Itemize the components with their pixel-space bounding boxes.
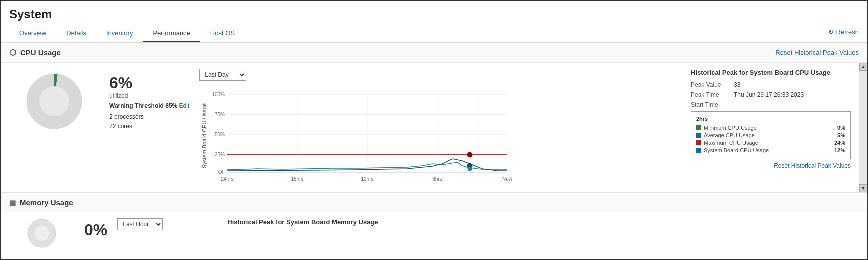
cpu-time-range-select[interactable]: Last Hour Last Day Last Week Last Month [199, 69, 246, 81]
svg-text:25%: 25% [215, 152, 225, 157]
refresh-icon: ↻ [828, 28, 834, 36]
svg-text:12hrs: 12hrs [361, 176, 374, 182]
memory-title-text: Memory Usage [20, 198, 73, 207]
refresh-button[interactable]: ↻ Refresh [828, 28, 859, 40]
cpu-tooltip-max-text: Maximum CPU Usage [704, 140, 758, 146]
cpu-content-area: 6% utilized Warning Threshold 85% Edit 2… [1, 63, 859, 192]
max-color-dot [696, 140, 701, 145]
cpu-cores: 72 cores [109, 122, 189, 131]
svg-point-22 [467, 152, 472, 157]
cpu-pie-area [9, 69, 99, 134]
cpu-tooltip-sys-label: System Board CPU Usage [696, 147, 769, 153]
memory-usage-percent: 0% [84, 221, 107, 239]
tab-inventory[interactable]: Inventory [96, 25, 143, 42]
memory-pie-placeholder [9, 218, 74, 248]
cpu-chart-svg-container: 100% 75% 50% 25% Off 24hrs 18hrs 12hrs 6… [207, 85, 681, 186]
cpu-warning-edit-link[interactable]: Edit [179, 102, 190, 109]
cpu-start-time-row: Start Time [691, 101, 851, 108]
cpu-tooltip-min-label: Minimum CPU Usage [696, 125, 757, 131]
cpu-tooltip-avg-label: Average CPU Usage [696, 132, 755, 138]
cpu-peak-time-label: Peak Time [691, 91, 731, 98]
cpu-processors: 2 processors [109, 112, 189, 122]
reset-historical-peak-link[interactable]: Reset Historical Peak Values [775, 49, 859, 56]
cpu-tooltip-title: 2hrs [696, 116, 845, 122]
cpu-peak-time-value: Thu Jun 29 17:26:33 2023 [734, 91, 804, 98]
tabs-container: Overview Details Inventory Performance H… [9, 25, 245, 42]
memory-stats: 0% [84, 218, 107, 239]
svg-point-26 [34, 226, 49, 241]
cpu-chart-wrapper: System Board CPU Usage [199, 85, 681, 186]
memory-content: 0% Last Hour Last Day Last Week Historic… [1, 212, 867, 256]
memory-historical-title: Historical Peak for System Board Memory … [227, 218, 378, 226]
memory-placeholder-chart [9, 218, 74, 250]
cpu-pie-chart [22, 69, 87, 134]
svg-text:Off: Off [218, 169, 225, 175]
cpu-chart-area: Last Hour Last Day Last Week Last Month … [199, 69, 681, 186]
cpu-tooltip-row-min: Minimum CPU Usage 0% [696, 125, 845, 131]
cpu-tooltip-max-val: 24% [834, 140, 845, 146]
memory-historical-panel: Historical Peak for System Board Memory … [227, 218, 378, 231]
cpu-tooltip-row-avg: Average CPU Usage 5% [696, 132, 845, 138]
system-page: System Overview Details Inventory Perfor… [0, 0, 868, 260]
memory-icon: ▦ [9, 199, 16, 207]
memory-section: ▦ Memory Usage 0% Last Hour Last Day Las… [1, 192, 867, 256]
avg-color-dot [696, 133, 701, 138]
cpu-peak-value-row: Peak Value 33 [691, 81, 851, 88]
memory-chart-placeholder: Last Hour Last Day Last Week [117, 218, 217, 230]
cpu-warning-text: Warning Threshold 85% [109, 102, 177, 109]
scrollbar: ▲ ▼ [859, 63, 867, 192]
cpu-chart-controls: Last Hour Last Day Last Week Last Month [199, 69, 681, 81]
cpu-tooltip-sys-text: System Board CPU Usage [704, 147, 769, 153]
tab-details[interactable]: Details [56, 25, 96, 42]
tab-overview[interactable]: Overview [9, 25, 56, 42]
cpu-tooltip-row-sys: System Board CPU Usage 12% [696, 147, 845, 153]
svg-text:50%: 50% [215, 132, 225, 137]
svg-text:18hrs: 18hrs [291, 176, 304, 182]
cpu-peak-value-label: Peak Value [691, 81, 731, 88]
refresh-label: Refresh [836, 28, 859, 36]
svg-point-1 [39, 86, 69, 116]
cpu-proc-info: 2 processors 72 cores [109, 112, 189, 131]
svg-text:Now: Now [502, 176, 513, 182]
memory-time-range-select[interactable]: Last Hour Last Day Last Week [117, 218, 163, 230]
cpu-tooltip-sys-val: 12% [834, 147, 845, 153]
cpu-icon: ⬡ [9, 48, 16, 57]
cpu-tooltip-avg-val: 5% [837, 132, 845, 138]
cpu-utilized-label: utilized [109, 92, 189, 99]
cpu-section-header: ⬡ CPU Usage Reset Historical Peak Values [1, 43, 867, 63]
cpu-section-title: ⬡ CPU Usage [9, 48, 61, 57]
scroll-down-button[interactable]: ▼ [859, 184, 867, 192]
cpu-historical-title: Historical Peak for System Board CPU Usa… [691, 69, 851, 76]
tab-performance[interactable]: Performance [143, 25, 200, 42]
svg-point-24 [468, 167, 472, 171]
cpu-tooltip-min-text: Minimum CPU Usage [704, 125, 757, 131]
tab-hostos[interactable]: Host OS [200, 25, 245, 42]
svg-text:6hrs: 6hrs [433, 176, 442, 182]
cpu-start-time-label: Start Time [691, 101, 731, 108]
cpu-tooltip-row-max: Maximum CPU Usage 24% [696, 140, 845, 146]
cpu-tooltip-avg-text: Average CPU Usage [704, 132, 755, 138]
cpu-title-text: CPU Usage [20, 48, 61, 57]
svg-text:24hrs: 24hrs [221, 176, 234, 182]
cpu-warning-line: Warning Threshold 85% Edit [109, 102, 189, 109]
cpu-usage-percent: 6% [109, 74, 189, 92]
svg-text:100%: 100% [212, 92, 225, 97]
cpu-chart-svg: 100% 75% 50% 25% Off 24hrs 18hrs 12hrs 6… [207, 85, 517, 185]
cpu-peak-value: 33 [734, 81, 740, 88]
cpu-tooltip-box: 2hrs Minimum CPU Usage 0% Average CPU Us… [691, 111, 851, 159]
page-header: System Overview Details Inventory Perfor… [1, 1, 867, 43]
cpu-reset-bottom-link[interactable]: Reset Historical Peak Values [691, 162, 851, 169]
cpu-historical-panel: Historical Peak for System Board CPU Usa… [691, 69, 851, 169]
sys-color-dot [696, 148, 701, 153]
cpu-tooltip-min-val: 0% [837, 125, 845, 131]
tabs-row: Overview Details Inventory Performance H… [9, 25, 859, 42]
cpu-stats: 6% utilized Warning Threshold 85% Edit 2… [109, 69, 189, 131]
scroll-up-button[interactable]: ▲ [859, 63, 867, 71]
page-title: System [9, 7, 859, 21]
min-color-dot [696, 125, 701, 130]
memory-section-title: ▦ Memory Usage [9, 198, 73, 207]
cpu-peak-time-row: Peak Time Thu Jun 29 17:26:33 2023 [691, 91, 851, 98]
cpu-y-axis-label: System Board CPU Usage [199, 85, 207, 186]
memory-section-header: ▦ Memory Usage [1, 193, 867, 212]
svg-text:75%: 75% [215, 112, 225, 117]
